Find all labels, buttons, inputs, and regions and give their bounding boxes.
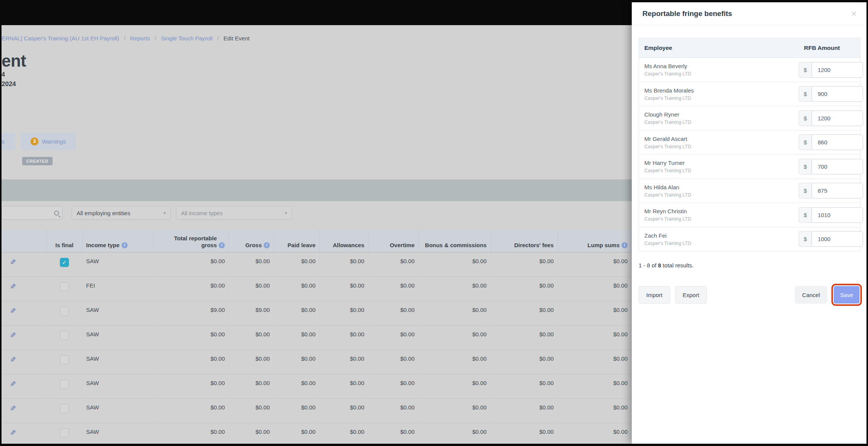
stp-row: ✎SAW$0.00$0.00$0.00$0.00$0.00$0.00$0.00$… xyxy=(2,423,632,444)
amount-cell: $0.00 xyxy=(419,350,491,374)
is-final-checkbox[interactable] xyxy=(60,404,69,413)
is-final-checkbox[interactable] xyxy=(60,428,69,438)
amount-value: $0.00 xyxy=(301,355,315,362)
info-icon[interactable]: i xyxy=(264,242,270,248)
import-button[interactable]: Import xyxy=(639,286,670,304)
is-final-checkbox[interactable] xyxy=(60,355,69,364)
amount-cell: $0.00 xyxy=(368,423,419,444)
col-header-directors-fees: Directors' fees xyxy=(491,230,558,252)
rfb-amount-group: $ xyxy=(799,62,863,78)
rfb-amount-input[interactable] xyxy=(812,207,863,223)
is-final-checkbox[interactable] xyxy=(60,307,69,316)
close-icon[interactable]: × xyxy=(851,9,857,18)
page-subtitle-fragment: 4 xyxy=(2,71,632,78)
col-header-label: Directors' fees xyxy=(514,242,554,249)
rfb-employee-row: Mr Harry TurnerCasper's Training LTD$ xyxy=(639,155,860,179)
info-icon[interactable]: i xyxy=(219,242,225,248)
amount-cell: $0.00 xyxy=(154,326,229,350)
is-final-checkbox[interactable] xyxy=(60,380,69,389)
amount-cell: $0.00 xyxy=(229,374,274,398)
amount-value: $0.00 xyxy=(301,331,315,337)
amount-value: $0.00 xyxy=(613,428,628,435)
income-type-cell: SAW xyxy=(82,253,154,277)
breadcrumb-edit-event: Edit Event xyxy=(224,35,250,42)
amount-cell: $0.00 xyxy=(558,301,632,325)
rfb-amount-cell: $ xyxy=(799,62,864,78)
edit-pencil-icon[interactable]: ✎ xyxy=(10,355,16,364)
amount-cell: $0.00 xyxy=(320,399,368,423)
employee-name: Zach Fei xyxy=(639,232,799,239)
amount-cell: $0.00 xyxy=(558,350,632,374)
amount-cell: $0.00 xyxy=(320,350,368,374)
breadcrumb-reports[interactable]: Reports xyxy=(130,35,150,42)
amount-value: $0.00 xyxy=(255,380,270,386)
amount-value: $0.00 xyxy=(350,428,364,435)
rfb-amount-cell: $ xyxy=(799,134,864,150)
employing-entities-dropdown[interactable]: All employing entities ▾ xyxy=(72,206,171,220)
rfb-employee-row: Mr Reyn ChristinCasper's Training LTD$ xyxy=(639,203,860,227)
rfb-amount-group: $ xyxy=(799,183,863,198)
rfb-amount-input[interactable] xyxy=(812,86,863,102)
export-button[interactable]: Export xyxy=(675,286,707,304)
rfb-employee-row: Ms Brenda MoralesCasper's Training LTD$ xyxy=(639,82,860,107)
col-header-label: Income type xyxy=(86,242,120,249)
results-summary: 1 - 8 of 8 total results. xyxy=(639,262,866,269)
edit-pencil-icon[interactable]: ✎ xyxy=(10,428,16,437)
employee-cell: Mr Gerald AscartCasper's Training LTD xyxy=(639,136,799,149)
edit-pencil-icon[interactable]: ✎ xyxy=(10,331,16,340)
results-prefix: 1 - 8 of xyxy=(639,262,658,269)
rfb-amount-input[interactable] xyxy=(812,62,863,78)
tab-warnings[interactable]: 3 Warnings xyxy=(21,133,76,150)
income-type-cell: SAW xyxy=(82,301,154,325)
col-header-income-type: Income typei xyxy=(82,230,154,252)
rfb-amount-input[interactable] xyxy=(812,183,863,198)
edit-pencil-icon[interactable]: ✎ xyxy=(10,404,16,413)
amount-value: $0.00 xyxy=(539,380,554,386)
amount-value: $0.00 xyxy=(472,307,487,313)
cancel-button[interactable]: Cancel xyxy=(795,286,827,304)
rfb-amount-input[interactable] xyxy=(812,134,863,150)
rfb-col-amount: RFB Amount xyxy=(799,38,860,58)
rfb-employee-row: Ms Anna BeverlyCasper's Training LTD$ xyxy=(639,58,860,82)
panel-header: Reportable fringe benefits × xyxy=(632,2,866,25)
results-total: 8 xyxy=(658,262,661,269)
amount-cell: $0.00 xyxy=(274,277,320,301)
breadcrumb-single-touch-payroll[interactable]: Single Touch Payroll xyxy=(161,35,213,42)
amount-cell: $0.00 xyxy=(558,423,632,444)
amount-cell: $0.00 xyxy=(368,399,419,423)
rfb-amount-input[interactable] xyxy=(812,159,863,174)
amount-value: $0.00 xyxy=(539,331,554,337)
income-types-dropdown[interactable]: All income types ▾ xyxy=(176,206,292,220)
tab-partial[interactable]: s xyxy=(2,133,15,150)
amount-cell: $0.00 xyxy=(419,277,491,301)
panel-title: Reportable fringe benefits xyxy=(642,10,732,18)
is-final-checkbox[interactable] xyxy=(60,282,69,291)
amount-cell: $0.00 xyxy=(368,326,419,350)
edit-pencil-icon[interactable]: ✎ xyxy=(10,282,16,291)
employee-cell: Zach FeiCasper's Training LTD xyxy=(639,232,799,246)
breadcrumb-business[interactable]: ERNAL] Casper's Training (AU 1st EH Payr… xyxy=(2,35,119,42)
amount-cell: $0.00 xyxy=(320,423,368,444)
amount-cell: $9.00 xyxy=(154,301,229,325)
rfb-amount-input[interactable] xyxy=(812,110,863,126)
income-types-value: All income types xyxy=(181,210,223,216)
is-final-checkbox[interactable]: ✓ xyxy=(60,258,69,267)
amount-value: $0.00 xyxy=(613,258,628,264)
employee-company: Casper's Training LTD xyxy=(639,168,799,173)
edit-pencil-icon[interactable]: ✎ xyxy=(10,380,16,388)
rfb-amount-input[interactable] xyxy=(812,231,863,247)
employee-company: Casper's Training LTD xyxy=(639,216,799,222)
amount-cell: $0.00 xyxy=(154,350,229,374)
stp-row: ✎SAW$0.00$0.00$0.00$0.00$0.00$0.00$0.00$… xyxy=(2,399,632,423)
search-input[interactable] xyxy=(2,206,62,220)
is-final-checkbox[interactable] xyxy=(60,331,69,340)
amount-cell: $0.00 xyxy=(274,374,320,398)
edit-pencil-icon[interactable]: ✎ xyxy=(10,258,16,267)
amount-value: $0.00 xyxy=(472,355,487,362)
amount-value: $9.00 xyxy=(210,307,225,313)
info-icon[interactable]: i xyxy=(621,242,628,248)
save-button[interactable]: Save xyxy=(834,286,860,304)
amount-value: $0.00 xyxy=(400,331,415,337)
edit-pencil-icon[interactable]: ✎ xyxy=(10,307,16,315)
info-icon[interactable]: i xyxy=(122,242,128,248)
